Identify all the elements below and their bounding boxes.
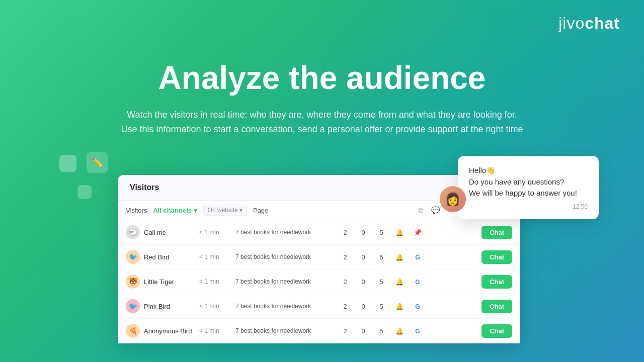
table-row: 🍕 Anonymous Bird < 1 min 7 best books fo…	[118, 319, 520, 343]
visitor-flag-icon: 🔔	[390, 277, 409, 286]
visitor-avatar-large: 👩	[439, 185, 467, 213]
chat-bubble: Hello👋 Do you have any questions? We wil…	[458, 156, 599, 219]
visitor-flag-icon: 🔔	[390, 326, 409, 335]
chat-action[interactable]: Chat	[472, 250, 512, 264]
chat-action[interactable]: Chat	[472, 324, 512, 338]
visitor-count-3: 5	[372, 229, 390, 236]
logo-chat: chat	[585, 14, 620, 32]
chat-line3: We will be happy to answer you!	[469, 189, 577, 197]
visitor-name: Little Tiger	[144, 278, 199, 286]
visitor-flag-icon: 🔔	[390, 252, 409, 261]
visitor-avatar: 🍕	[126, 324, 144, 338]
visitor-time: < 1 min	[199, 229, 235, 236]
visitor-count-3: 5	[372, 303, 390, 310]
chat-action[interactable]: Chat	[472, 275, 512, 289]
hero-subtitle: Watch the visitors in real time: who the…	[96, 108, 548, 137]
visitor-page: 7 best books for needlework	[235, 229, 336, 236]
visitors-table: 🐑 Call me < 1 min 7 best books for needl…	[118, 220, 520, 343]
visitor-source-icon: G	[409, 277, 427, 286]
table-row: 🐦 Pink Bird < 1 min 7 best books for nee…	[118, 294, 520, 319]
table-icon-copy: ⧉	[418, 206, 423, 215]
chat-line2: Do you have any questions?	[469, 177, 564, 186]
source-google-icon: G	[415, 254, 420, 261]
chat-action[interactable]: Chat	[472, 300, 512, 313]
visitor-name: Pink Bird	[144, 303, 199, 310]
visitor-page: 7 best books for needlework	[235, 253, 336, 260]
visitor-count-1: 2	[336, 253, 354, 261]
table-row: 🐑 Call me < 1 min 7 best books for needl…	[118, 220, 520, 245]
visitor-source-icon: 📌	[409, 228, 427, 237]
visitor-name: Red Bird	[144, 253, 199, 261]
deco-icon-square	[59, 155, 76, 172]
filter-channel-badge[interactable]: All channels ▾	[153, 207, 197, 214]
visitor-source-icon: G	[409, 302, 427, 311]
chat-button[interactable]: Chat	[481, 324, 512, 338]
chat-line1: Hello👋	[469, 166, 496, 174]
source-google-icon: G	[415, 303, 420, 310]
visitor-source-icon: G	[409, 252, 427, 261]
visitor-count-1: 2	[336, 303, 354, 310]
visitor-count-2: 0	[354, 278, 372, 286]
chat-button[interactable]: Chat	[481, 275, 512, 289]
chat-button[interactable]: Chat	[481, 250, 512, 264]
visitor-page: 7 best books for needlework	[235, 303, 336, 310]
visitor-page: 7 best books for needlework	[235, 327, 336, 334]
visitor-avatar: 🐑	[126, 225, 144, 239]
visitor-page: 7 best books for needlework	[235, 278, 336, 285]
visitor-count-3: 5	[372, 278, 390, 286]
visitor-flag-icon: 🔔	[390, 302, 409, 311]
deco-icon-pencil: ✏️	[87, 152, 108, 173]
visitor-time: < 1 min	[199, 303, 235, 310]
visitor-count-3: 5	[372, 327, 390, 335]
chat-action[interactable]: Chat	[472, 226, 512, 239]
filter-on-website-dropdown[interactable]: On website ▾	[203, 205, 247, 216]
table-row: 🐯 Little Tiger < 1 min 7 best books for …	[118, 269, 520, 294]
source-google-icon: G	[415, 328, 420, 335]
visitor-time: < 1 min	[199, 278, 235, 285]
visitor-name: Call me	[144, 229, 199, 236]
logo: jivochat	[558, 14, 620, 33]
visitor-time: < 1 min	[199, 327, 235, 334]
visitor-count-1: 2	[336, 327, 354, 335]
visitor-count-2: 0	[354, 253, 372, 261]
table-row: 🐦 Red Bird < 1 min 7 best books for need…	[118, 245, 520, 269]
chat-button[interactable]: Chat	[481, 300, 512, 313]
hero-title: Analyze the audience	[0, 60, 644, 96]
hero-subtitle-line2: Use this information to start a conversa…	[121, 124, 523, 134]
filter-visitors-label: Visitors	[126, 207, 147, 214]
chat-bubble-text: Hello👋 Do you have any questions? We wil…	[469, 165, 588, 199]
filter-page-label: Page	[253, 207, 268, 214]
visitor-flag-icon: 🔔	[390, 228, 409, 237]
visitor-count-2: 0	[354, 303, 372, 310]
visitor-count-1: 2	[336, 278, 354, 286]
visitor-avatar: 🐦	[126, 250, 144, 264]
visitor-count-2: 0	[354, 327, 372, 335]
chat-bubble-time: 12:50	[469, 203, 588, 210]
logo-jivo: jivo	[558, 14, 585, 32]
visitor-count-3: 5	[372, 253, 390, 261]
deco-icon-chat	[77, 185, 92, 199]
visitor-count-1: 2	[336, 229, 354, 236]
chat-button[interactable]: Chat	[481, 226, 512, 239]
visitor-time: < 1 min	[199, 253, 235, 260]
visitor-source-icon: G	[409, 326, 427, 335]
hero-subtitle-line1: Watch the visitors in real time: who the…	[127, 110, 517, 120]
visitor-name: Anonymous Bird	[144, 327, 199, 335]
hero-section: Analyze the audience Watch the visitors …	[0, 0, 644, 137]
source-pin-icon: 📌	[414, 229, 422, 236]
visitor-avatar: 🐯	[126, 275, 144, 289]
table-icon-chat: 💬	[431, 206, 440, 214]
visitor-count-2: 0	[354, 229, 372, 236]
source-google-icon: G	[415, 279, 420, 286]
visitor-avatar: 🐦	[126, 299, 144, 313]
